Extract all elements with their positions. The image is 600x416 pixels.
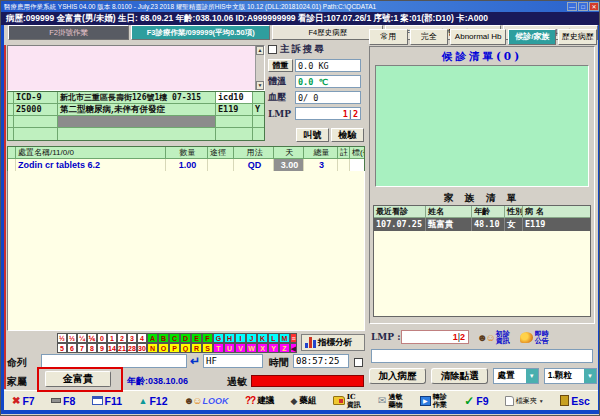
f11-button[interactable]: F11 [92, 395, 123, 407]
keypad-key[interactable]: R [191, 343, 202, 353]
chevron-down-icon[interactable]: ▼ [526, 369, 538, 383]
keypad-key[interactable]: 0 [97, 333, 107, 343]
scroll-down-icon[interactable]: ▼ [256, 81, 264, 90]
clear-selection-button[interactable]: 清除點選 [431, 368, 488, 384]
table-row[interactable]: 25000 第二型糖尿病,未伴有併發症 E119 Y [8, 104, 264, 116]
ic-info-button[interactable]: IC資訊 [333, 393, 362, 408]
keypad-key[interactable]: 2 [117, 333, 127, 343]
minimize-button[interactable]: — [567, 2, 577, 11]
keypad-key[interactable]: 1 [107, 333, 117, 343]
keypad-key[interactable]: D [180, 333, 191, 343]
keypad-key[interactable]: O [158, 343, 169, 353]
look-button[interactable]: ☻☺ LOOK [184, 395, 229, 406]
keypad-key[interactable]: Z [279, 343, 290, 353]
keypad-key[interactable]: 30 [137, 343, 147, 353]
family-table-row-selected[interactable]: 107.07.25 甄富貴 48.10 女 E119 [374, 218, 590, 231]
weight-field[interactable]: 0.0 KG [295, 59, 361, 72]
keypad-key[interactable]: 7 [77, 343, 87, 353]
tab-common[interactable]: 常用 [369, 29, 408, 45]
keypad-key[interactable]: T [213, 343, 224, 353]
treatment-select[interactable]: 處置 ▼ [493, 368, 538, 384]
keypad-key[interactable]: ⅓ [67, 333, 77, 343]
announcement-button[interactable]: 即時公告 [520, 330, 551, 345]
scroll-up-icon[interactable]: ▲ [256, 46, 264, 55]
drug-group-button[interactable]: ◆ 藥組 [290, 395, 316, 407]
keypad-key[interactable]: H [224, 333, 235, 343]
confirm-f9-button[interactable]: ✓ F9 [464, 394, 488, 408]
command-input[interactable] [41, 354, 187, 368]
allergy-drugs-button[interactable]: ✉ 過敏藥物 [378, 393, 403, 408]
keypad-key[interactable]: 4 [137, 333, 147, 343]
selected-empty-cell[interactable] [58, 116, 216, 127]
tab-f4-history[interactable]: F4歷史病歷 [272, 25, 383, 40]
call-number-button[interactable]: 叫號 [296, 128, 329, 142]
keypad-key[interactable]: B [158, 333, 169, 343]
lab-test-button[interactable]: 檢驗 [331, 128, 364, 142]
complaint-scrollbar[interactable]: ▲ ▼ [255, 46, 264, 90]
keypad-key[interactable]: G [213, 333, 224, 343]
cancel-f7-button[interactable]: ✖ F7 [12, 395, 35, 407]
keypad-key[interactable]: M [279, 333, 290, 343]
keypad-key[interactable]: P [169, 343, 180, 353]
complaint-search-checkbox[interactable] [268, 45, 277, 54]
f8-button[interactable]: F8 [51, 395, 75, 407]
code-field[interactable]: HF [203, 354, 263, 368]
tab-abnormal-hb[interactable]: Abnormal Hb [450, 29, 506, 45]
right-panel-text-field[interactable] [371, 349, 593, 363]
keypad-key[interactable]: A [147, 333, 158, 343]
keypad-key[interactable]: I [235, 333, 246, 343]
table-row[interactable]: ICD-9 新北市三重區長壽街126號1樓 07-315 icd10 [8, 92, 264, 104]
keypad-key[interactable]: Q [180, 343, 191, 353]
keypad-key[interactable]: Y [268, 343, 279, 353]
dropdown-arrow-icon[interactable]: ▼ [539, 398, 544, 404]
keypad-key[interactable]: ½ [57, 333, 67, 343]
tab-f2-registration[interactable]: F2掛號作業 [8, 25, 129, 40]
keypad-key[interactable]: ◀ [290, 343, 297, 353]
chief-complaint-textarea[interactable]: ▲ ▼ [7, 45, 265, 91]
maximize-button[interactable]: □ [578, 2, 588, 11]
keypad-key[interactable]: C [169, 333, 180, 343]
tab-history[interactable]: 歷史病歷 [558, 29, 597, 45]
keypad-key[interactable]: 28 [127, 343, 137, 353]
f12-button[interactable]: ▲ F12 [138, 395, 167, 407]
keypad-key[interactable]: 3 [127, 333, 137, 343]
tab-complete[interactable]: 完全 [410, 29, 449, 45]
keypad-key[interactable]: X [257, 343, 268, 353]
file-folder-button[interactable]: 檔案夾 ▼ [505, 396, 544, 406]
unit-select[interactable]: 1.顆粒 ▼ [544, 368, 597, 384]
table-row[interactable] [8, 116, 264, 128]
keypad-key[interactable]: S [202, 343, 213, 353]
weight-button[interactable]: 體重 [268, 59, 293, 72]
keypad-key[interactable]: K [257, 333, 268, 343]
keypad-key[interactable]: 9 [97, 343, 107, 353]
keypad-key[interactable]: 21 [117, 343, 127, 353]
tab-waiting-family[interactable]: 候診/家族 [508, 29, 556, 45]
keypad-key[interactable]: 8 [87, 343, 97, 353]
suggestion-button[interactable]: ?? 建議 [245, 395, 274, 407]
indicator-analysis-button[interactable]: 指標分析 [301, 334, 365, 351]
keypad-key[interactable]: W [246, 343, 257, 353]
first-visit-info-button[interactable]: ☻☺ 初診資訊 [477, 330, 512, 345]
keypad-key[interactable]: F [202, 333, 213, 343]
blood-pressure-field[interactable]: 0/ 0 [295, 91, 361, 104]
keypad-key[interactable]: V [235, 343, 246, 353]
keypad-key[interactable]: ≡ [290, 333, 297, 343]
tab-f3-consultation[interactable]: F3診療作業/099999(平均0.50項) [131, 25, 270, 40]
keypad-key[interactable]: 6 [67, 343, 77, 353]
prescription-empty-area[interactable] [7, 171, 365, 331]
enter-arrow-icon[interactable]: ↵ [190, 354, 200, 368]
chevron-down-icon[interactable]: ▼ [584, 369, 596, 383]
keypad-key[interactable]: ⅙ [87, 333, 97, 343]
keypad-key[interactable]: ¼ [77, 333, 87, 343]
lmp-field[interactable]: 1|2 [401, 330, 469, 344]
keypad-key[interactable]: L [268, 333, 279, 343]
keypad-key[interactable]: E [191, 333, 202, 343]
temperature-field[interactable]: 0.0 ℃ [295, 75, 361, 88]
patient-name-button[interactable]: 金富貴 [45, 371, 111, 387]
keypad-key[interactable]: 5 [57, 343, 67, 353]
add-to-chart-button[interactable]: 加入病歷 [369, 368, 426, 384]
keypad-key[interactable]: 14 [107, 343, 117, 353]
close-button[interactable]: ✕ [589, 2, 599, 11]
allergy-alert-field[interactable] [251, 375, 364, 387]
command-checkbox[interactable] [354, 358, 363, 367]
